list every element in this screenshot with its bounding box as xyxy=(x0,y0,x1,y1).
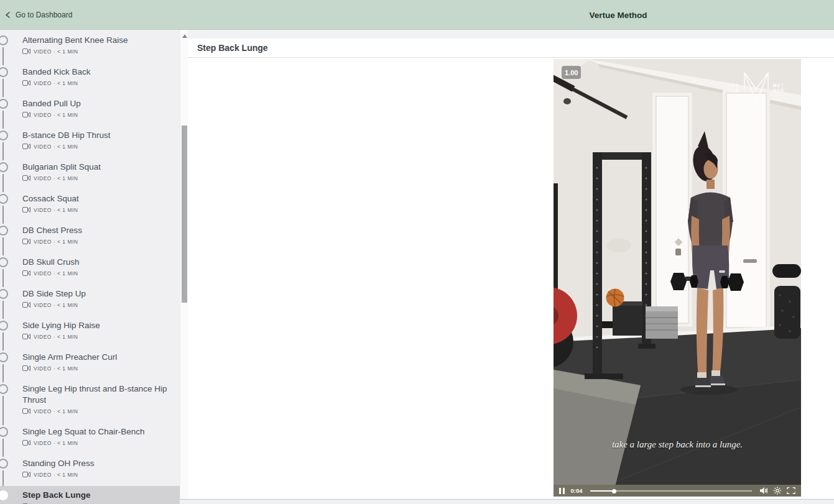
fullscreen-icon[interactable] xyxy=(787,487,795,495)
exercise-title: Single Arm Preacher Curl xyxy=(22,352,171,363)
exercise-title: Bulgarian Split Squat xyxy=(22,162,171,173)
video-camera-icon xyxy=(22,80,30,86)
video-duration-label: VIDEO · < 1 MIN xyxy=(34,239,78,245)
video-caption: take a large step back into a lunge. xyxy=(554,439,801,450)
exercise-title: Single Leg Hip thrust and B-stance Hip T… xyxy=(22,383,171,406)
video-camera-icon xyxy=(22,144,30,149)
exercise-title: DB Side Step Up xyxy=(22,288,171,300)
exercise-title: DB Chest Press xyxy=(22,225,171,236)
sidebar-scrollbar[interactable] xyxy=(180,30,188,504)
pause-button[interactable] xyxy=(559,488,565,494)
content-bottom-strip xyxy=(180,500,834,504)
video-still-gym-scene xyxy=(554,59,801,497)
progress-circle-icon xyxy=(0,162,8,172)
exercise-meta: VIDEO · < 1 MIN xyxy=(22,206,171,213)
exercise-title: Standing OH Press xyxy=(22,458,171,469)
app-title: Vertue Method xyxy=(589,0,647,30)
progress-circle-icon xyxy=(0,131,8,140)
list-item[interactable]: Cossack Squat VIDEO · < 1 MIN xyxy=(0,190,180,217)
exercise-meta: VIDEO · < 1 MIN xyxy=(22,48,171,55)
exercise-meta: VIDEO · < 1 MIN xyxy=(22,365,171,372)
list-item[interactable]: DB Chest Press VIDEO · < 1 MIN xyxy=(0,221,180,249)
exercise-meta: VIDEO · < 1 MIN xyxy=(22,175,171,181)
exercise-meta: VIDEO · < 1 MIN xyxy=(22,408,171,415)
list-item[interactable]: Single Leg Hip thrust and B-stance Hip T… xyxy=(0,380,180,418)
list-item[interactable]: Single Arm Preacher Curl VIDEO · < 1 MIN xyxy=(0,348,180,375)
progress-circle-icon xyxy=(0,490,8,500)
list-item[interactable]: DB Skull Crush VIDEO · < 1 MIN xyxy=(0,253,180,280)
progress-circle-icon xyxy=(0,67,8,77)
video-camera-icon xyxy=(22,440,30,446)
progress-circle-icon xyxy=(0,459,8,469)
video-camera-icon xyxy=(22,334,30,339)
scrollbar-thumb[interactable] xyxy=(182,126,187,303)
exercise-title: Cossack Squat xyxy=(22,193,171,204)
exercise-meta: VIDEO · < 1 MIN xyxy=(22,471,171,478)
logo-text-left: VERTUE xyxy=(728,83,739,93)
exercise-title: Step Back Lunge xyxy=(22,490,171,501)
exercise-meta: VIDEO · < 1 MIN xyxy=(22,238,171,245)
progress-circle-icon xyxy=(0,257,8,267)
list-item[interactable]: Standing OH Press VIDEO · < 1 MIN xyxy=(0,454,180,482)
video-camera-icon xyxy=(22,112,30,117)
lesson-title: Step Back Lunge xyxy=(197,43,268,53)
list-item[interactable]: Alternating Bent Knee Raise VIDEO · < 1 … xyxy=(0,31,180,58)
video-duration-label: VIDEO · < 1 MIN xyxy=(34,440,78,446)
video-camera-icon xyxy=(22,48,30,54)
video-camera-icon xyxy=(22,302,30,308)
list-item[interactable]: Side Lying Hip Raise VIDEO · < 1 MIN xyxy=(0,316,180,344)
playback-speed-badge[interactable]: 1.00 xyxy=(562,66,581,79)
progress-circle-icon xyxy=(0,226,8,236)
chevron-left-icon xyxy=(5,12,11,18)
progress-circle-icon xyxy=(0,194,8,204)
exercise-meta: VIDEO · < 1 MIN xyxy=(22,270,171,277)
video-duration-label: VIDEO · < 1 MIN xyxy=(34,334,78,340)
current-time-label: 0:04 xyxy=(571,487,583,494)
exercise-meta: VIDEO · < 1 MIN xyxy=(22,80,171,86)
exercise-title: B-stance DB Hip Thrust xyxy=(22,130,171,141)
exercise-title: Side Lying Hip Raise xyxy=(22,320,171,331)
scrollbar-up-arrow-icon[interactable] xyxy=(182,34,187,38)
video-camera-icon xyxy=(22,175,30,181)
list-item[interactable]: Single Leg Squat to Chair-Bench VIDEO · … xyxy=(0,423,180,450)
video-camera-icon xyxy=(22,270,30,276)
progress-circle-icon xyxy=(0,35,8,45)
list-item[interactable]: DB Side Step Up VIDEO · < 1 MIN xyxy=(0,285,180,312)
exercise-title: Single Leg Squat to Chair-Bench xyxy=(22,426,171,438)
video-duration-label: VIDEO · < 1 MIN xyxy=(34,48,78,55)
video-duration-label: VIDEO · < 1 MIN xyxy=(34,408,78,415)
video-duration-label: VIDEO · < 1 MIN xyxy=(34,365,78,372)
progress-handle[interactable] xyxy=(612,489,616,493)
video-player[interactable]: 1.00 VERTUE METHOD take a large xyxy=(554,59,801,497)
back-label: Go to Dashboard xyxy=(16,11,72,19)
progress-circle-icon xyxy=(0,321,8,331)
list-item[interactable]: B-stance DB Hip Thrust VIDEO · < 1 MIN xyxy=(0,126,180,153)
video-camera-icon xyxy=(22,365,30,371)
exercise-meta: VIDEO · < 1 MIN xyxy=(22,439,171,446)
timeline-connector xyxy=(2,396,4,425)
list-item[interactable]: Bulgarian Split Squat VIDEO · < 1 MIN xyxy=(0,158,180,185)
list-item[interactable]: Banded Kick Back VIDEO · < 1 MIN xyxy=(0,63,180,90)
exercise-meta: VIDEO · < 1 MIN xyxy=(22,143,171,150)
video-duration-label: VIDEO · < 1 MIN xyxy=(34,207,78,213)
list-item[interactable]: Banded Pull Up VIDEO · < 1 MIN xyxy=(0,94,180,122)
settings-gear-icon[interactable] xyxy=(773,487,782,495)
list-item[interactable]: Step Back Lunge VIDEO · < 1 MIN xyxy=(0,486,180,504)
video-duration-label: VIDEO · < 1 MIN xyxy=(34,80,78,86)
progress-circle-icon xyxy=(0,384,8,394)
video-camera-icon xyxy=(22,408,30,414)
vertue-monogram-icon xyxy=(743,71,769,104)
progress-circle-icon xyxy=(0,427,8,437)
video-duration-label: VIDEO · < 1 MIN xyxy=(34,302,78,308)
exercise-list: Alternating Bent Knee Raise VIDEO · < 1 … xyxy=(0,30,180,504)
volume-icon[interactable] xyxy=(759,487,768,495)
video-duration-label: VIDEO · < 1 MIN xyxy=(34,175,78,181)
progress-circle-icon xyxy=(0,352,8,362)
video-duration-label: VIDEO · < 1 MIN xyxy=(34,112,78,118)
exercise-sidebar: Alternating Bent Knee Raise VIDEO · < 1 … xyxy=(0,30,180,504)
video-camera-icon xyxy=(22,239,30,244)
go-to-dashboard-button[interactable]: Go to Dashboard xyxy=(5,0,72,30)
progress-bar[interactable] xyxy=(590,488,752,494)
video-camera-icon xyxy=(22,207,30,213)
logo-text-right: METHOD xyxy=(773,83,785,93)
